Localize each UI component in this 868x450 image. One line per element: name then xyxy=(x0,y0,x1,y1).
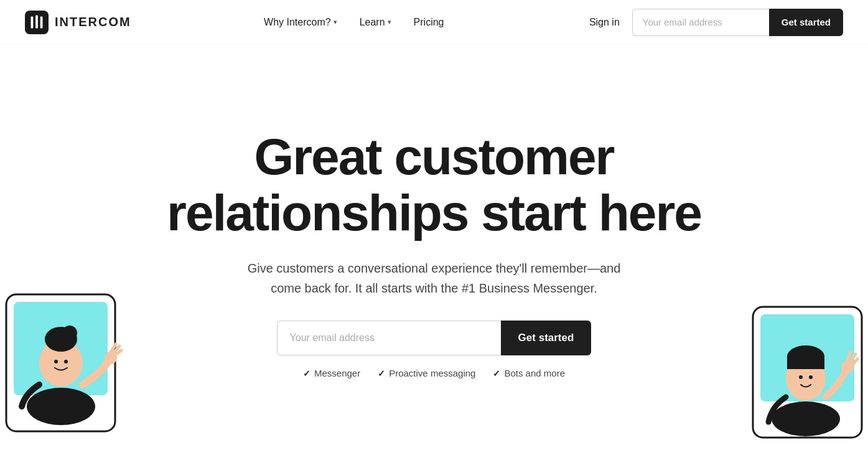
nav-email-input[interactable] xyxy=(632,9,769,36)
nav-link-learn[interactable]: Learn ▾ xyxy=(351,12,400,33)
hero-form: Get started xyxy=(167,321,701,355)
illustration-right xyxy=(744,282,868,450)
nav-link-why-intercom[interactable]: Why Intercom? ▾ xyxy=(255,12,346,33)
hero-features: ✓ Messenger ✓ Proactive messaging ✓ Bots… xyxy=(167,368,701,378)
hero-content: Great customer relationships start here … xyxy=(167,129,701,378)
hero-subtitle: Give customers a conversational experien… xyxy=(247,258,620,298)
feature-proactive-messaging: ✓ Proactive messaging xyxy=(378,368,475,378)
intercom-logo-icon xyxy=(25,11,49,34)
check-icon: ✓ xyxy=(378,368,385,378)
svg-point-19 xyxy=(799,375,803,379)
svg-point-11 xyxy=(64,360,68,363)
hero-get-started-button[interactable]: Get started xyxy=(501,321,592,355)
illustration-left xyxy=(0,263,137,450)
nav-right: Sign in Get started xyxy=(577,9,843,36)
logo[interactable]: INTERCOM xyxy=(25,11,131,34)
svg-rect-18 xyxy=(787,355,824,369)
hero-section: Great customer relationships start here … xyxy=(0,45,868,450)
nav-link-pricing[interactable]: Pricing xyxy=(405,12,453,33)
check-icon: ✓ xyxy=(493,368,500,378)
svg-rect-2 xyxy=(35,15,38,28)
svg-point-15 xyxy=(772,401,840,436)
person-left-svg xyxy=(0,263,137,450)
svg-rect-1 xyxy=(31,16,34,28)
signin-link[interactable]: Sign in xyxy=(577,12,632,33)
nav-links: Why Intercom? ▾ Learn ▾ Pricing xyxy=(255,12,452,33)
person-right-svg xyxy=(744,282,868,450)
chevron-down-icon: ▾ xyxy=(388,18,391,26)
hero-title: Great customer relationships start here xyxy=(167,129,701,241)
svg-point-9 xyxy=(62,326,77,340)
svg-point-6 xyxy=(27,388,95,425)
svg-rect-3 xyxy=(40,16,43,28)
navbar: INTERCOM Why Intercom? ▾ Learn ▾ Pricing… xyxy=(0,0,868,45)
check-icon: ✓ xyxy=(303,368,310,378)
hero-email-input[interactable] xyxy=(277,321,501,355)
logo-text: INTERCOM xyxy=(55,15,131,29)
feature-bots: ✓ Bots and more xyxy=(493,368,565,378)
svg-point-20 xyxy=(809,375,813,379)
svg-point-10 xyxy=(54,360,58,363)
chevron-down-icon: ▾ xyxy=(334,18,337,26)
nav-get-started-button[interactable]: Get started xyxy=(769,9,843,36)
feature-messenger: ✓ Messenger xyxy=(303,368,360,378)
